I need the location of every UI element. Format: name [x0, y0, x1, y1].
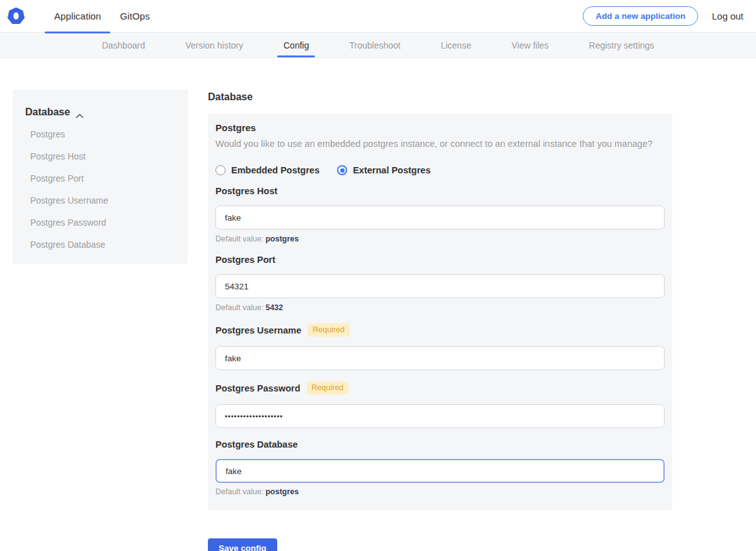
radio-label: Embedded Postgres — [231, 165, 319, 175]
postgres-password-input[interactable] — [215, 404, 665, 428]
sidebar-item-postgres-database[interactable]: Postgres Database — [25, 239, 175, 250]
save-config-button[interactable]: Save config — [208, 538, 277, 551]
default-value-label: Default value: — [215, 487, 263, 496]
field-postgres-port: Postgres Port Default value:5432 — [215, 255, 665, 312]
radio-label: External Postgres — [353, 165, 430, 175]
chevron-up-icon — [76, 110, 84, 115]
radio-embedded-postgres[interactable]: Embedded Postgres — [215, 165, 319, 175]
logout-button[interactable]: Log out — [712, 11, 743, 21]
postgres-port-input[interactable] — [215, 274, 665, 298]
postgres-mode-radio-group: Embedded Postgres External Postgres — [215, 165, 665, 175]
default-value-label: Default value: — [215, 303, 263, 312]
sidebar-group-label: Database — [25, 107, 70, 118]
postgres-database-input[interactable] — [215, 459, 665, 483]
tab-license[interactable]: License — [440, 33, 472, 57]
tab-troubleshoot[interactable]: Troubleshoot — [348, 33, 401, 57]
group-name-postgres: Postgres — [215, 122, 665, 133]
group-help-text: Would you like to use an embedded postgr… — [215, 139, 665, 149]
app-logo-icon[interactable] — [8, 8, 25, 25]
default-value: 5432 — [265, 303, 283, 312]
app-sub-navigation: Dashboard Version history Config Trouble… — [0, 33, 756, 58]
tab-view-files[interactable]: View files — [510, 33, 550, 57]
default-value-hint: Default value:5432 — [215, 303, 665, 312]
sidebar-item-postgres-port[interactable]: Postgres Port — [25, 173, 175, 184]
config-content: Database Postgres Postgres Host Postgres… — [0, 58, 756, 551]
sidebar-item-postgres-host[interactable]: Postgres Host — [25, 151, 175, 162]
tab-gitops[interactable]: GitOps — [110, 0, 159, 33]
field-postgres-password: Postgres Password Required — [215, 381, 665, 428]
radio-external-postgres[interactable]: External Postgres — [337, 165, 430, 175]
page-title: Database — [208, 91, 672, 103]
sidebar-group-database[interactable]: Database — [25, 107, 175, 118]
default-value-hint: Default value:postgres — [215, 235, 665, 243]
database-config-group: Postgres Would you like to use an embedd… — [208, 113, 672, 510]
add-new-application-button[interactable]: Add a new application — [583, 6, 698, 26]
postgres-username-input[interactable] — [215, 346, 665, 370]
tab-application[interactable]: Application — [45, 0, 110, 33]
field-label: Postgres Username — [215, 325, 301, 335]
tab-version-history[interactable]: Version history — [184, 33, 244, 57]
field-label: Postgres Port — [215, 255, 275, 265]
tab-registry-settings[interactable]: Registry settings — [588, 33, 655, 57]
sidebar-item-postgres-password[interactable]: Postgres Password — [25, 217, 175, 228]
radio-checked-icon — [337, 165, 347, 175]
default-value: postgres — [265, 235, 299, 243]
config-main: Database Postgres Would you like to use … — [208, 91, 672, 551]
default-value: postgres — [265, 487, 299, 496]
field-postgres-database: Postgres Database Default value:postgres — [215, 439, 665, 496]
tab-dashboard[interactable]: Dashboard — [101, 33, 147, 57]
default-value-hint: Default value:postgres — [215, 487, 665, 496]
default-value-label: Default value: — [215, 235, 263, 243]
required-badge: Required — [307, 323, 350, 337]
field-postgres-host: Postgres Host Default value:postgres — [215, 186, 665, 243]
postgres-host-input[interactable] — [215, 206, 665, 229]
tab-config[interactable]: Config — [282, 33, 310, 57]
field-label: Postgres Password — [215, 383, 301, 393]
top-navigation: Application GitOps Add a new application… — [0, 0, 756, 33]
config-sidebar: Database Postgres Postgres Host Postgres… — [13, 90, 188, 264]
field-label: Postgres Host — [215, 186, 277, 196]
required-badge: Required — [307, 381, 349, 395]
field-postgres-username: Postgres Username Required — [215, 323, 665, 370]
sidebar-item-postgres[interactable]: Postgres — [25, 129, 175, 140]
sidebar-item-postgres-username[interactable]: Postgres Username — [25, 195, 175, 206]
radio-unchecked-icon — [215, 165, 226, 175]
field-label: Postgres Database — [215, 439, 298, 450]
